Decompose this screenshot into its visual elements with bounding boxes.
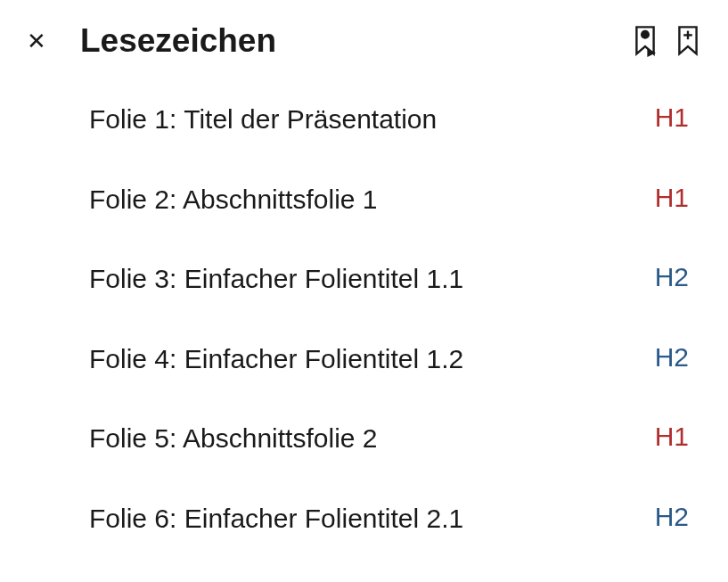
bookmark-label: Folie 2: Abschnittsfolie 1 bbox=[89, 183, 378, 217]
bookmark-add-button[interactable] bbox=[675, 25, 701, 57]
bookmark-level: H1 bbox=[642, 422, 692, 452]
bookmark-add-icon bbox=[675, 25, 701, 57]
bookmark-item[interactable]: Folie 5: Abschnittsfolie 2 H1 bbox=[89, 422, 692, 455]
bookmark-item[interactable]: Folie 1: Titel der Präsentation H1 bbox=[89, 102, 692, 136]
panel-title: Lesezeichen bbox=[80, 22, 616, 60]
bookmark-list: Folie 1: Titel der Präsentation H1 Folie… bbox=[27, 102, 701, 535]
bookmark-item[interactable]: Folie 2: Abschnittsfolie 1 H1 bbox=[89, 183, 692, 217]
svg-point-1 bbox=[644, 33, 647, 36]
bookmark-level: H1 bbox=[642, 102, 692, 133]
close-button[interactable]: ✕ bbox=[27, 29, 46, 53]
bookmark-item[interactable]: Folie 4: Einfacher Folientitel 1.2 H2 bbox=[89, 342, 692, 376]
bookmark-label: Folie 6: Einfacher Folientitel 2.1 bbox=[89, 502, 463, 536]
panel-header: ✕ Lesezeichen bbox=[27, 22, 701, 60]
bookmark-label: Folie 1: Titel der Präsentation bbox=[89, 102, 437, 136]
bookmark-item[interactable]: Folie 6: Einfacher Folientitel 2.1 H2 bbox=[89, 502, 692, 536]
bookmark-play-button[interactable] bbox=[632, 25, 658, 57]
close-icon: ✕ bbox=[27, 28, 46, 54]
bookmark-label: Folie 4: Einfacher Folientitel 1.2 bbox=[89, 342, 463, 376]
bookmark-item[interactable]: Folie 3: Einfacher Folientitel 1.1 H2 bbox=[89, 262, 692, 296]
bookmark-level: H2 bbox=[642, 502, 692, 532]
bookmark-level: H2 bbox=[642, 342, 692, 373]
bookmark-play-icon bbox=[632, 25, 658, 57]
bookmark-label: Folie 3: Einfacher Folientitel 1.1 bbox=[89, 262, 463, 296]
bookmark-level: H2 bbox=[642, 262, 692, 292]
bookmark-label: Folie 5: Abschnittsfolie 2 bbox=[89, 422, 378, 455]
bookmark-level: H1 bbox=[642, 183, 692, 213]
